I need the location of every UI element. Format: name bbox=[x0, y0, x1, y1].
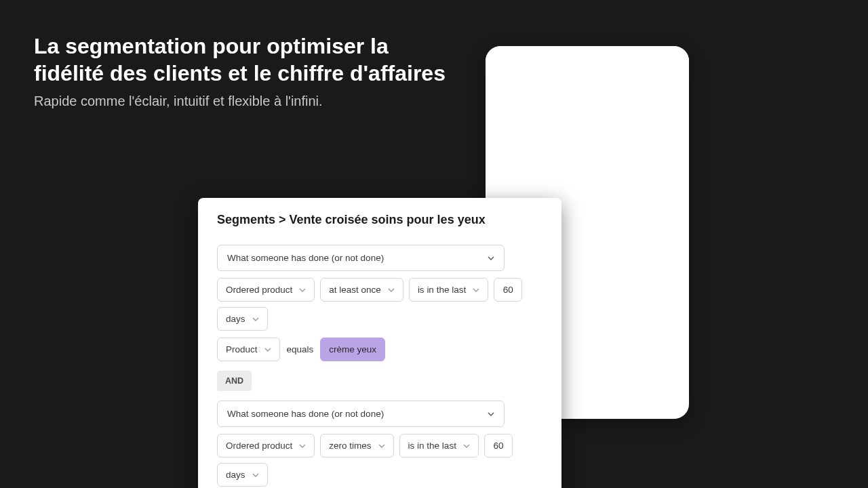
chevron-down-icon bbox=[378, 443, 385, 449]
chevron-down-icon bbox=[488, 411, 494, 418]
frequency-select[interactable]: zero times bbox=[320, 434, 393, 458]
frequency-label: at least once bbox=[329, 285, 381, 295]
time-unit-select[interactable]: days bbox=[217, 463, 268, 487]
filter-field-select[interactable]: Product bbox=[217, 338, 280, 361]
filter-field-label: Product bbox=[226, 344, 258, 354]
frequency-label: zero times bbox=[329, 441, 371, 451]
time-op-select[interactable]: is in the last bbox=[399, 434, 479, 458]
chevron-down-icon bbox=[473, 287, 479, 293]
headline: La segmentation pour optimiser la fidéli… bbox=[34, 33, 454, 87]
condition-kind-select[interactable]: What someone has done (or not done) bbox=[217, 401, 505, 427]
event-field-label: Ordered product bbox=[226, 285, 292, 295]
time-op-select[interactable]: is in the last bbox=[409, 278, 488, 302]
segment-builder-card: Segments > Vente croisée soins pour les … bbox=[198, 198, 561, 488]
marketing-heading: La segmentation pour optimiser la fidéli… bbox=[34, 33, 454, 109]
condition-row: Ordered product zero times is in the las… bbox=[217, 434, 542, 487]
time-value-input[interactable]: 60 bbox=[484, 434, 513, 458]
time-unit-label: days bbox=[226, 470, 245, 480]
chevron-down-icon bbox=[488, 255, 494, 262]
breadcrumb: Segments > Vente croisée soins pour les … bbox=[217, 213, 542, 227]
chevron-down-icon bbox=[252, 472, 259, 479]
time-op-label: is in the last bbox=[418, 285, 466, 295]
condition-kind-label: What someone has done (or not done) bbox=[227, 253, 384, 263]
chevron-down-icon bbox=[463, 443, 470, 449]
chevron-down-icon bbox=[252, 316, 259, 323]
time-op-label: is in the last bbox=[408, 441, 456, 451]
chevron-down-icon bbox=[388, 287, 395, 293]
chevron-down-icon bbox=[299, 287, 306, 293]
condition-kind-select[interactable]: What someone has done (or not done) bbox=[217, 245, 505, 271]
event-field-label: Ordered product bbox=[226, 441, 292, 451]
chevron-down-icon bbox=[264, 346, 271, 353]
condition-row: Ordered product at least once is in the … bbox=[217, 278, 542, 331]
time-unit-label: days bbox=[226, 314, 245, 324]
subheadline: Rapide comme l'éclair, intuitif et flexi… bbox=[34, 94, 454, 109]
filter-value-tag[interactable]: crème yeux bbox=[320, 338, 385, 361]
time-value-input[interactable]: 60 bbox=[494, 278, 522, 302]
condition-kind-label: What someone has done (or not done) bbox=[227, 409, 384, 419]
time-unit-select[interactable]: days bbox=[217, 307, 268, 331]
filter-op: equals bbox=[285, 344, 315, 354]
frequency-select[interactable]: at least once bbox=[320, 278, 403, 302]
serum-bottle bbox=[570, 229, 604, 307]
event-field-select[interactable]: Ordered product bbox=[217, 434, 315, 458]
filter-row: Product equals crème yeux bbox=[217, 338, 542, 361]
chevron-down-icon bbox=[299, 443, 306, 449]
event-field-select[interactable]: Ordered product bbox=[217, 278, 315, 302]
and-operator-chip[interactable]: AND bbox=[217, 371, 252, 391]
